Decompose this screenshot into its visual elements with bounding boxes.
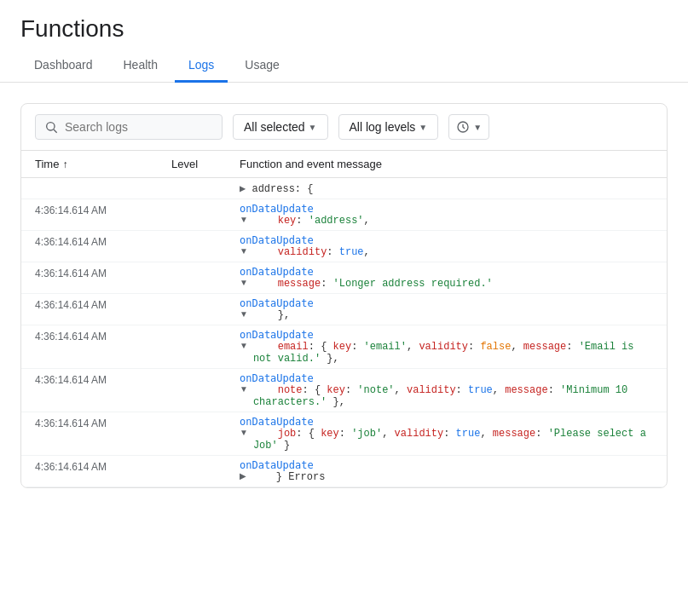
svg-line-1 [54,130,57,133]
collapse-icon[interactable]: ▼ [240,384,248,394]
all-selected-label: All selected [244,120,305,134]
time-picker-btn[interactable]: ▼ [448,114,489,140]
search-input[interactable] [65,120,213,134]
log-message: onDataUpdate ▼ validity: true, [240,234,653,258]
tab-logs[interactable]: Logs [175,49,228,83]
log-message: onDataUpdate ▼ note: { key: 'note', vali… [240,372,653,408]
sort-arrow-icon: ↑ [62,158,67,170]
log-time: 4:36:14.614 AM [35,372,171,386]
collapse-icon[interactable]: ▼ [240,341,248,350]
log-time: 4:36:14.614 AM [35,203,171,216]
table-row: ▶ address: { [21,178,667,199]
all-selected-dropdown[interactable]: All selected ▼ [233,114,328,140]
log-time: 4:36:14.614 AM [35,329,171,343]
table-row: 4:36:14.614 AM onDataUpdate ▼ note: { ke… [21,369,667,412]
tab-dashboard[interactable]: Dashboard [20,49,107,83]
table-row: 4:36:14.614 AM onDataUpdate ▼ message: '… [21,262,667,294]
log-time: 4:36:14.614 AM [35,266,171,279]
collapse-icon[interactable]: ▼ [240,309,248,319]
expand-icon[interactable]: ▶ [240,183,246,195]
table-row: 4:36:14.614 AM onDataUpdate ▼ }, [21,294,667,325]
collapse-icon[interactable]: ▼ [240,215,248,224]
col-level-header: Level [171,158,240,170]
table-row: 4:36:14.614 AM onDataUpdate ▼ job: { key… [21,412,667,456]
log-time: 4:36:14.614 AM [35,234,171,248]
table-row: 4:36:14.614 AM onDataUpdate ▶ } Errors [21,456,667,487]
tab-usage[interactable]: Usage [231,49,292,83]
log-levels-label: All log levels [350,120,416,134]
collapse-icon[interactable]: ▼ [240,278,248,287]
col-message-header: Function and event message [240,158,653,170]
tab-health[interactable]: Health [110,49,171,83]
clock-icon [456,120,470,134]
col-time-header[interactable]: Time ↑ [35,158,171,170]
content-area: All selected ▼ All log levels ▼ ▼ Time ↑ [0,83,688,509]
table-row: 4:36:14.614 AM onDataUpdate ▼ validity: … [21,231,667,262]
table-row: 4:36:14.614 AM onDataUpdate ▼ email: { k… [21,325,667,369]
logs-container: All selected ▼ All log levels ▼ ▼ Time ↑ [20,103,668,488]
log-message: onDataUpdate ▶ } Errors [240,459,653,483]
log-message: onDataUpdate ▼ message: 'Longer address … [240,266,653,290]
chevron-down-icon-2: ▼ [419,123,427,132]
search-box[interactable] [35,114,223,140]
log-message: onDataUpdate ▼ key: 'address', [240,203,653,227]
log-time: 4:36:14.614 AM [35,459,171,473]
svg-point-0 [47,123,55,130]
table-row: 4:36:14.614 AM onDataUpdate ▼ key: 'addr… [21,199,667,231]
log-message: ▶ address: { [240,181,653,195]
table-header: Time ↑ Level Function and event message [21,151,667,178]
log-time: 4:36:14.614 AM [35,297,171,311]
search-icon [44,120,58,134]
chevron-down-icon: ▼ [309,123,317,132]
chevron-down-icon-3: ▼ [473,123,482,132]
log-message: onDataUpdate ▼ email: { key: 'email', va… [240,329,653,365]
log-rows: ▶ address: { 4:36:14.614 AM onDataUpdate… [21,178,667,487]
tab-bar: Dashboard Health Logs Usage [0,49,688,83]
log-time: 4:36:14.614 AM [35,416,171,429]
expand-icon[interactable]: ▶ [240,471,246,481]
toolbar: All selected ▼ All log levels ▼ ▼ [21,104,667,151]
collapse-icon[interactable]: ▼ [240,428,248,437]
log-time [35,181,171,183]
page-title: Functions [0,0,688,49]
log-message: onDataUpdate ▼ job: { key: 'job', validi… [240,416,653,452]
log-levels-dropdown[interactable]: All log levels ▼ [338,114,439,140]
log-message: onDataUpdate ▼ }, [240,297,653,321]
collapse-icon[interactable]: ▼ [240,246,248,256]
